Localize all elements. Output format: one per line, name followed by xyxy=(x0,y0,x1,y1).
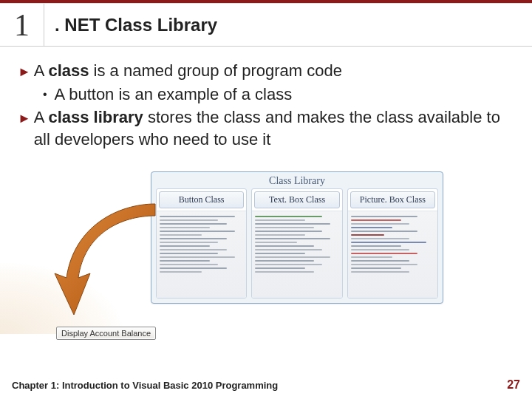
page-number: 27 xyxy=(507,378,520,392)
class-column: Button Class xyxy=(156,188,247,299)
column-body xyxy=(348,211,437,298)
chapter-number: 1 xyxy=(0,4,44,47)
dot-icon: • xyxy=(43,86,47,103)
text-fragment: A xyxy=(34,108,49,126)
triangle-icon: ► xyxy=(18,63,31,81)
column-header: Picture. Box Class xyxy=(350,191,435,208)
bullet-text: A class library stores the class and mak… xyxy=(34,106,514,150)
text-fragment: is a named group of program code xyxy=(89,61,341,80)
column-header: Text. Box Class xyxy=(254,191,339,208)
slide-footer: Chapter 1: Introduction to Visual Basic … xyxy=(12,378,520,392)
bullet-text: A button is an example of a class xyxy=(55,83,293,106)
bold-term: class library xyxy=(48,108,143,126)
class-column: Text. Box Class xyxy=(251,188,342,299)
bullet-text: A class is a named group of program code xyxy=(34,60,514,82)
panel-title: Class Library xyxy=(151,172,443,188)
bold-term: class xyxy=(48,61,89,80)
slide-body: ► A class is a named group of program co… xyxy=(0,47,532,151)
bullet-item: ► A class is a named group of program co… xyxy=(18,60,514,82)
sub-bullet-item: • A button is an example of a class xyxy=(18,83,514,106)
triangle-icon: ► xyxy=(18,109,31,127)
slide-header: 1 . NET Class Library xyxy=(0,4,532,47)
footer-chapter-label: Chapter 1: Introduction to Visual Basic … xyxy=(12,380,278,391)
column-body xyxy=(157,211,246,298)
diagram: Class Library Button Class Text. Box Cla… xyxy=(44,171,458,349)
class-library-panel: Class Library Button Class Text. Box Cla… xyxy=(151,171,443,304)
class-column: Picture. Box Class xyxy=(347,188,438,299)
text-fragment: A xyxy=(34,61,49,80)
column-body xyxy=(252,211,341,298)
panel-columns: Button Class Text. Box Class Picture. Bo… xyxy=(151,188,443,303)
slide-title: . NET Class Library xyxy=(44,15,217,35)
bullet-item: ► A class library stores the class and m… xyxy=(18,106,514,150)
column-header: Button Class xyxy=(159,191,244,208)
example-button: Display Account Balance xyxy=(56,327,156,340)
